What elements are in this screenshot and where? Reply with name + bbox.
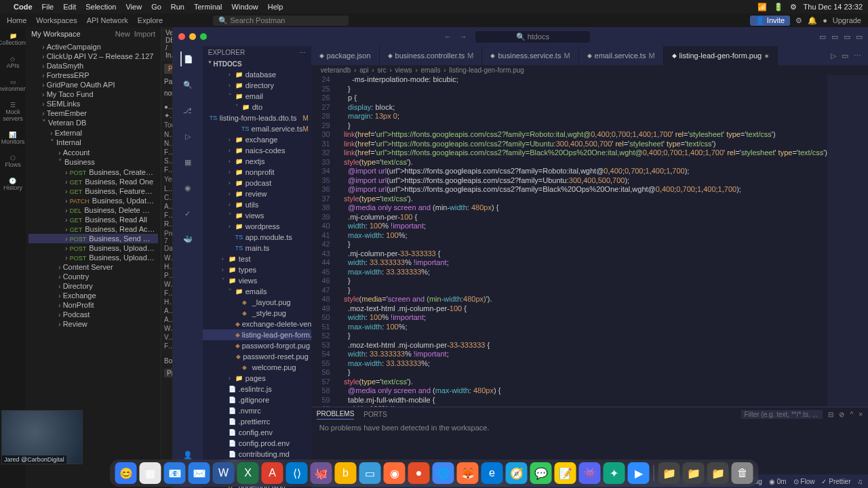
pm-tree-item[interactable]: ›GETBusiness, Read Account All — [28, 224, 158, 234]
pm-tree-item[interactable]: ›Directory — [28, 281, 158, 291]
file-tree-item[interactable]: ◆_layout.pug — [203, 297, 311, 308]
pm-history-item[interactable]: SCSS Hover S — [161, 157, 172, 165]
dock-discord[interactable]: 👾 — [579, 462, 601, 484]
explorer-icon[interactable]: 📄 — [180, 52, 195, 66]
menu-run[interactable]: Run — [171, 3, 184, 11]
dock-trash[interactable]: 🗑 — [732, 462, 753, 484]
pm-history-item[interactable]: Fixing Statu — [161, 148, 172, 157]
file-tree-item[interactable]: ˅📁emails — [203, 286, 311, 297]
menu-help[interactable]: Help — [268, 3, 283, 11]
battery-icon[interactable]: 🔋 — [774, 3, 783, 12]
explorer-more-icon[interactable]: ⋯ — [299, 49, 306, 56]
pm-history-item[interactable]: Veteran Data — [161, 333, 172, 342]
pm-tree-item[interactable]: ›POSTBusiness, Create One — [28, 167, 158, 177]
pm-tree-item[interactable]: ›Exchange — [28, 291, 158, 300]
remote-icon[interactable]: ◉ — [180, 180, 195, 195]
pm-tab[interactable]: Veteran DB / In... — [161, 27, 172, 61]
file-tree-item[interactable]: TSemail.service.tsM — [203, 123, 311, 134]
file-tree-item[interactable]: ›📁nonprofit — [203, 167, 311, 178]
more-icon[interactable]: ⋯ — [854, 52, 861, 60]
dock-folder2[interactable]: 📁 — [683, 462, 705, 484]
pm-tree-item[interactable]: ›GETBusiness, Read All — [28, 215, 158, 224]
wifi-icon[interactable]: 📶 — [757, 3, 767, 12]
file-tree-item[interactable]: ›📁podcast — [203, 178, 311, 188]
pm-history-item[interactable]: Next.js Authori — [161, 139, 172, 148]
pm-params-tab[interactable]: Params — [164, 78, 170, 85]
editor-tab[interactable]: ◆business.service.ts M — [482, 46, 578, 65]
pm-tree-item[interactable]: ›Podcast — [28, 310, 158, 319]
dock-excel[interactable]: X — [237, 462, 259, 484]
pm-tree-item[interactable]: ›Country — [28, 272, 158, 281]
pm-act-flows[interactable]: ⬡Flows — [5, 155, 21, 168]
pm-tree-item[interactable]: ›Review — [28, 319, 158, 329]
dock-notes[interactable]: 📝 — [555, 462, 576, 484]
code-area[interactable]: 2425262728293031323334353637383940414243… — [311, 75, 868, 407]
pm-nav-workspaces[interactable]: Workspaces — [36, 16, 77, 24]
file-tree-item[interactable]: ›📁directory — [203, 80, 311, 91]
pm-tree-item[interactable]: ›ClickUp API V2 – Release 2.127 — [28, 52, 158, 61]
dock-folder1[interactable]: 📁 — [658, 462, 680, 484]
file-tree-item[interactable]: ›📁types — [203, 264, 311, 275]
docker-icon[interactable]: 🐳 — [180, 232, 195, 247]
breadcrumb[interactable]: veterandb › api › src › views › emails ›… — [311, 65, 868, 75]
editor-tab[interactable]: ◆package.json — [311, 46, 380, 65]
dock-chrome[interactable]: 🌐 — [433, 462, 454, 484]
editor-tab[interactable]: ◆email.service.ts M — [579, 46, 664, 65]
file-tree-item[interactable]: ›📁exchange — [203, 134, 311, 145]
status-bell-icon[interactable]: ♫ — [858, 478, 863, 485]
pm-none[interactable]: none — [164, 89, 170, 97]
dock-vscode[interactable]: ⟨⟩ — [286, 462, 308, 484]
editor-tab[interactable]: ◆listing-lead-gen-form.pug ● — [664, 46, 778, 65]
panel-collapse-icon[interactable]: ⊟ — [828, 411, 833, 418]
pm-pretty[interactable]: Pretty — [164, 369, 173, 378]
file-tree-item[interactable]: ◆listing-lead-gen-form.pug — [203, 329, 311, 340]
explorer-root[interactable]: ˅ HTDOCS — [203, 59, 311, 69]
panel-tab-ports[interactable]: PORTS — [363, 409, 387, 420]
pm-tree-item[interactable]: ˅Business — [28, 157, 158, 167]
file-tree-item[interactable]: ◆_style.pug — [203, 308, 311, 319]
file-tree-item[interactable]: ◆exchange-delete-vendor.pug — [203, 319, 311, 329]
layout-bottom-icon[interactable]: ▭ — [831, 33, 838, 41]
pm-tree-item[interactable]: ›TeemEmber — [28, 108, 158, 118]
menu-window[interactable]: Window — [232, 3, 258, 11]
search-icon[interactable]: 🔍 — [180, 77, 195, 92]
panel-close-icon[interactable]: × — [859, 411, 863, 418]
file-tree-item[interactable]: 📄.eslintrc.js — [203, 384, 311, 394]
pm-new[interactable]: New — [115, 30, 130, 38]
file-tree-item[interactable]: ˅📁dto — [203, 102, 311, 113]
pm-tree-item[interactable]: ›DataSmyth — [28, 61, 158, 70]
pm-tree-item[interactable]: ›External — [28, 128, 158, 138]
pm-nav-home[interactable]: Home — [7, 16, 26, 24]
pm-settings-icon[interactable]: ⚙ — [795, 16, 802, 25]
window-close[interactable] — [178, 33, 185, 40]
pm-method[interactable]: POST — [164, 64, 173, 74]
layout-right-icon[interactable]: ▭ — [844, 33, 850, 41]
status-flow[interactable]: ⊙ Flow — [793, 478, 815, 485]
pm-history-item[interactable]: West Point G — [161, 324, 172, 333]
dock-outlook[interactable]: 📧 — [164, 462, 186, 484]
dock-github[interactable]: 🐙 — [311, 462, 332, 484]
pm-history-item[interactable]: Regex Passw — [161, 220, 172, 228]
menu-file[interactable]: File — [42, 3, 54, 11]
file-tree-item[interactable]: 📄config.prod.env — [203, 438, 311, 449]
pm-tree-item[interactable]: ›GETBusiness, Featured List — [28, 186, 158, 196]
dock-app2[interactable]: ▭ — [359, 462, 381, 484]
file-tree-item[interactable]: 📄.nvmrc — [203, 405, 311, 416]
menu-app[interactable]: Code — [14, 3, 33, 11]
pm-notif-icon[interactable]: 🔔 — [808, 16, 817, 25]
file-tree-item[interactable]: ◆welcome.pug — [203, 362, 311, 373]
panel-maximize-icon[interactable]: ^ — [850, 411, 853, 418]
pm-act-monitors[interactable]: 📊Monitors — [1, 131, 25, 145]
dock-acrobat[interactable]: A — [262, 462, 283, 484]
pm-tree-item[interactable]: ˅Internal — [28, 138, 158, 148]
status-prettier[interactable]: ✓ Prettier — [821, 478, 850, 485]
file-tree-item[interactable]: TSmain.ts — [203, 243, 311, 253]
menu-view[interactable]: View — [125, 3, 142, 11]
file-tree-item[interactable]: ›📁pages — [203, 373, 311, 384]
dock-postman[interactable]: ◉ — [384, 462, 406, 484]
pm-avatar[interactable]: ● — [823, 16, 827, 24]
pm-search[interactable]: 🔍 Search Postman — [213, 16, 349, 26]
pm-history-item[interactable]: HTTP Heade — [161, 262, 172, 271]
pm-tree-item[interactable]: ›Content Server — [28, 262, 158, 272]
file-tree-item[interactable]: 📄config.env — [203, 427, 311, 438]
